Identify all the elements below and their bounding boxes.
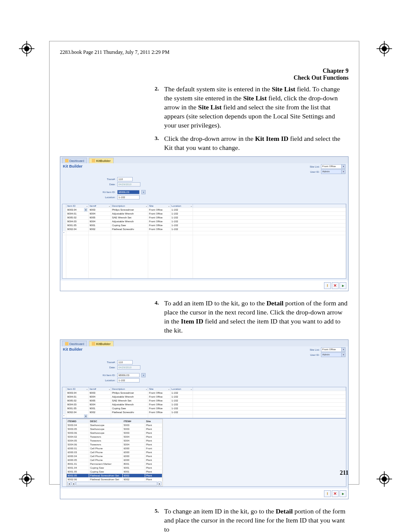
warning-button[interactable]: ! (324, 282, 331, 289)
tab-kitbuilder[interactable]: KitBuilder (89, 341, 113, 346)
dropdown-row[interactable]: 9002.05Flathead Screwdriver Set9002Plant (67, 473, 162, 477)
site-list-field[interactable]: Front Office (321, 347, 342, 352)
col-location[interactable]: Location▴ (171, 204, 193, 208)
process-button[interactable]: ▸ (339, 490, 346, 497)
col-item-no[interactable]: Item#▴ (89, 387, 111, 391)
grid-row[interactable]: 9002.049002Flathead ScrewdrivFront Offic… (62, 227, 346, 231)
dropdown-row[interactable]: 5003.04Stethoscope5003Plant (67, 423, 162, 427)
chevron-down-icon[interactable]: ▾ (84, 208, 87, 212)
chevron-down-icon[interactable]: ▾ (342, 352, 346, 357)
dropdown-row[interactable]: 5003.05Stethoscope5003Plant (67, 427, 162, 431)
user-id-field[interactable]: Admin (321, 169, 342, 174)
grid-row[interactable]: 9001.059001Coping SawFront Office1-102 (62, 223, 346, 227)
chapter-number: Chapter 9 (155, 68, 349, 75)
grid-row[interactable]: 9004.039004Adjustable WrenchFront Office… (62, 219, 346, 223)
row-selector-head[interactable] (62, 204, 66, 208)
col-site[interactable]: Site▴ (148, 204, 171, 208)
dropdown-row[interactable]: 5004.05Tweezers5004Plant (67, 439, 162, 442)
col-item-no[interactable]: Item#▴ (89, 204, 111, 208)
chevron-down-icon[interactable]: ▾ (342, 169, 346, 174)
dropdown-nav[interactable]: ◂◂▸ (67, 481, 162, 486)
dropdown-row[interactable]: 6000.05Cell Phone6000Plant (67, 458, 162, 462)
screenshot-1: Dashboard KitBuilder Kit Builder Site Li… (60, 156, 349, 291)
grid-row[interactable]: 9004.039004Adjustable WrenchFront Office… (62, 402, 346, 406)
site-list-field[interactable]: Front Office (321, 164, 342, 169)
screenshot-2: Dashboard KitBuilder Kit Builder Site Li… (60, 339, 349, 499)
user-id-label: User ID: (310, 354, 320, 356)
kit-item-id-field[interactable]: 98006.03 (117, 190, 140, 194)
crop-mark-br (377, 471, 392, 487)
dropdown-row[interactable]: 9002.06Flathead Screwdriver Set9002Plant (67, 477, 162, 481)
site-list-label: Site List: (310, 348, 320, 351)
col-item-id[interactable]: Item ID▴ (66, 387, 89, 391)
kit-item-id-label: Kit Item ID: (95, 374, 117, 376)
grid-row[interactable]: 9004.019004Adjustable WrenchFront Office… (62, 395, 346, 398)
sort-icon: ▴ (109, 205, 110, 207)
col-description[interactable]: Description▴ (111, 387, 148, 391)
chevron-down-icon[interactable]: ▾ (141, 373, 146, 377)
step-number: 4. (155, 299, 164, 335)
grid-row[interactable]: 9002.049002Flathead ScrewdrivFront Offic… (62, 410, 346, 414)
step-3: 3. Click the drop-down arrow in the Kit … (155, 134, 349, 152)
location-field[interactable]: 1-102 (117, 195, 140, 199)
dropdown-row[interactable]: 9001.05Coping Saw9001Plant (67, 470, 162, 473)
grid-header-row: Item ID▴ Item#▴ Description▴ Site▴ Locat… (62, 387, 346, 391)
dashboard-icon (65, 342, 68, 345)
tab-kitbuilder[interactable]: KitBuilder (89, 158, 113, 163)
grid-row[interactable]: 9004.019004Adjustable WrenchFront Office… (62, 212, 346, 215)
step-number: 3. (155, 134, 164, 152)
step-text: The default system site is entered in th… (164, 85, 349, 130)
col-itemid: ITEMID (67, 419, 89, 423)
process-button[interactable]: ▸ (339, 282, 346, 289)
trans-field[interactable]: 110 (117, 360, 133, 364)
kit-icon (92, 159, 95, 162)
dropdown-row[interactable]: 8001.01Permanent Marker8001Plant (67, 462, 162, 466)
tab-dashboard[interactable]: Dashboard (62, 158, 87, 163)
col-site[interactable]: Site▴ (148, 387, 171, 391)
grid-new-row[interactable]: * (62, 231, 346, 235)
cancel-button[interactable]: ✕ (332, 490, 339, 497)
location-label: Location: (95, 196, 117, 199)
grid-row[interactable]: 9005.029005SAE Wrench SetFront Office1-1… (62, 215, 346, 219)
col-location[interactable]: Location▴ (171, 387, 193, 391)
chevron-down-icon[interactable]: ▾ (141, 190, 146, 194)
col-description[interactable]: Description▴ (111, 204, 148, 208)
kit-icon (92, 342, 95, 345)
date-label: Date: (95, 366, 117, 369)
dropdown-row[interactable]: 5003.06Stethoscope5003Plant (67, 431, 162, 435)
trans-field[interactable]: 110 (117, 177, 133, 181)
grid-row[interactable]: 9003.04▾9003Philips ScrewdriverFront Off… (62, 208, 346, 212)
step-5: 5. To change an item ID in the kit, go t… (155, 507, 349, 532)
dropdown-header: ITEMID DESC ITEM# Site (67, 419, 162, 423)
user-id-field[interactable]: Admin (321, 352, 342, 357)
step-number: 2. (155, 85, 164, 130)
kit-item-id-field[interactable]: 98006.03 (117, 373, 140, 377)
kit-detail-grid: Item ID▴ Item#▴ Description▴ Site▴ Locat… (62, 204, 346, 279)
dropdown-row[interactable]: 6000.04Cell Phone6000Plant (67, 454, 162, 458)
dropdown-row[interactable]: 6000.03Cell Phone6000Plant (67, 450, 162, 454)
dropdown-row[interactable]: 9001.04Coping Saw9001Plant (67, 466, 162, 470)
cancel-button[interactable]: ✕ (332, 282, 339, 289)
chevron-down-icon[interactable]: ▾ (342, 347, 346, 352)
warning-button[interactable]: ! (324, 490, 331, 497)
sort-icon: ▴ (87, 388, 87, 390)
dropdown-row[interactable]: 5004.06Tweezers5004Plant (67, 442, 162, 446)
grid-row[interactable]: 9005.029005SAE Wrench SetFront Office1-1… (62, 398, 346, 402)
chevron-down-icon[interactable]: ▾ (84, 414, 87, 418)
grid-new-row[interactable]: *▾ (62, 414, 346, 418)
col-site: Site (145, 419, 162, 423)
tab-dashboard[interactable]: Dashboard (62, 341, 87, 346)
dropdown-row[interactable]: 5004.02Tweezers5004Plant (67, 435, 162, 439)
date-label: Date: (95, 183, 117, 186)
kit-detail-grid: Item ID▴ Item#▴ Description▴ Site▴ Locat… (62, 387, 346, 418)
location-field[interactable]: 1-102 (117, 378, 140, 383)
dropdown-row[interactable]: 6000.01Cell Phone6000Front (67, 446, 162, 450)
sort-icon: ▴ (87, 205, 87, 207)
chevron-down-icon[interactable]: ▾ (342, 164, 346, 169)
row-selector-head[interactable] (62, 387, 66, 391)
grid-row[interactable]: 9003.049003Philips ScrewdriverFront Offi… (62, 391, 346, 395)
sort-icon: ▴ (168, 205, 169, 207)
kit-item-id-label: Kit Item ID: (95, 191, 117, 193)
col-item-id[interactable]: Item ID▴ (66, 204, 89, 208)
grid-row[interactable]: 9001.059001Coping SawFront Office1-102 (62, 406, 346, 410)
